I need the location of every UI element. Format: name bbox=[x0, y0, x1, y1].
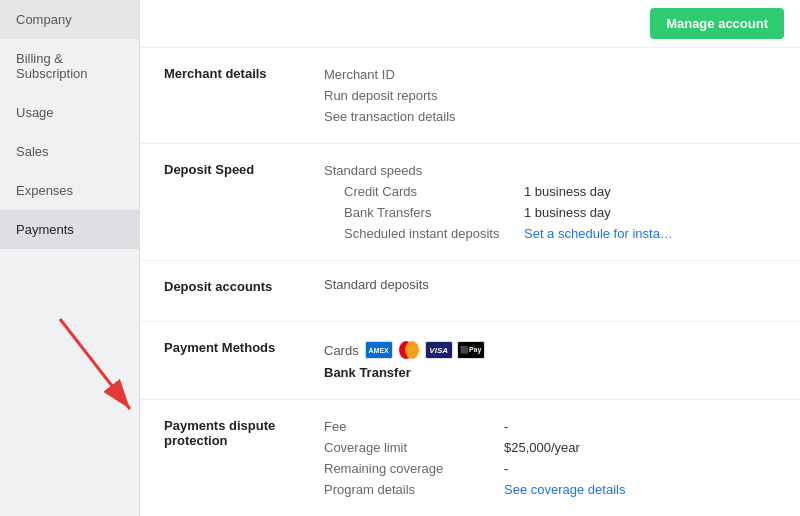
manage-account-button[interactable]: Manage account bbox=[650, 8, 784, 39]
fee-value: - bbox=[504, 419, 508, 434]
payments-dispute-content: Fee - Coverage limit $25,000/year Remain… bbox=[324, 416, 776, 500]
sidebar-item-billing[interactable]: Billing & Subscription bbox=[0, 39, 139, 93]
scheduled-instant-row: Scheduled instant deposits Set a schedul… bbox=[324, 223, 776, 244]
fee-label: Fee bbox=[324, 419, 504, 434]
program-details-label: Program details bbox=[324, 482, 504, 497]
bank-transfer-row: Bank Transfer bbox=[324, 362, 776, 383]
run-deposit-label: Run deposit reports bbox=[324, 88, 504, 103]
sidebar: Company Billing & Subscription Usage Sal… bbox=[0, 0, 140, 516]
standard-deposits-value: Standard deposits bbox=[324, 277, 429, 292]
remaining-coverage-value: - bbox=[504, 461, 508, 476]
cards-row: Cards AMEX VISA ⬛Pay bbox=[324, 338, 776, 362]
remaining-coverage-row: Remaining coverage - bbox=[324, 458, 776, 479]
deposit-accounts-section: Deposit accounts Standard deposits bbox=[140, 261, 800, 322]
merchant-id-label: Merchant ID bbox=[324, 67, 504, 82]
sidebar-item-usage[interactable]: Usage bbox=[0, 93, 139, 132]
scheduled-instant-label: Scheduled instant deposits bbox=[344, 226, 524, 241]
payments-dispute-label: Payments dispute protection bbox=[164, 416, 324, 448]
remaining-coverage-label: Remaining coverage bbox=[324, 461, 504, 476]
bank-transfers-value: 1 business day bbox=[524, 205, 611, 220]
cards-label: Cards bbox=[324, 343, 359, 358]
set-schedule-link[interactable]: Set a schedule for insta… bbox=[524, 226, 673, 241]
payments-dispute-row: Payments dispute protection Fee - Covera… bbox=[164, 416, 776, 500]
coverage-limit-value: $25,000/year bbox=[504, 440, 580, 455]
bank-transfer-label: Bank Transfer bbox=[324, 365, 411, 380]
deposit-speed-label: Deposit Speed bbox=[164, 160, 324, 177]
see-transaction-row: See transaction details bbox=[324, 106, 776, 127]
deposit-accounts-row: Deposit accounts Standard deposits bbox=[164, 277, 776, 305]
deposit-accounts-content: Standard deposits bbox=[324, 277, 776, 292]
coverage-limit-row: Coverage limit $25,000/year bbox=[324, 437, 776, 458]
bank-transfers-label: Bank Transfers bbox=[344, 205, 524, 220]
apple-pay-icon: ⬛Pay bbox=[457, 341, 485, 359]
deposit-speed-row: Deposit Speed Standard speeds Credit Car… bbox=[164, 160, 776, 244]
see-transaction-label: See transaction details bbox=[324, 109, 504, 124]
amex-icon: AMEX bbox=[365, 341, 393, 359]
deposit-speed-section: Deposit Speed Standard speeds Credit Car… bbox=[140, 144, 800, 261]
content-area: Merchant details Merchant ID Run deposit… bbox=[140, 48, 800, 516]
sidebar-item-sales[interactable]: Sales bbox=[0, 132, 139, 171]
visa-icon: VISA bbox=[425, 341, 453, 359]
mc-orange-circle bbox=[405, 341, 419, 359]
fee-row: Fee - bbox=[324, 416, 776, 437]
coverage-limit-label: Coverage limit bbox=[324, 440, 504, 455]
payments-dispute-section: Payments dispute protection Fee - Covera… bbox=[140, 400, 800, 516]
sidebar-item-expenses[interactable]: Expenses bbox=[0, 171, 139, 210]
payment-methods-section: Payment Methods Cards AMEX bbox=[140, 322, 800, 400]
sidebar-item-payments[interactable]: Payments bbox=[0, 210, 139, 249]
merchant-details-label: Merchant details bbox=[164, 64, 324, 81]
standard-speeds-row: Standard speeds bbox=[324, 160, 776, 181]
credit-cards-row: Credit Cards 1 business day bbox=[324, 181, 776, 202]
header-bar: Manage account bbox=[140, 0, 800, 48]
bank-transfers-row: Bank Transfers 1 business day bbox=[324, 202, 776, 223]
svg-line-0 bbox=[60, 319, 130, 409]
merchant-details-row: Merchant details Merchant ID Run deposit… bbox=[164, 64, 776, 127]
sidebar-item-company[interactable]: Company bbox=[0, 0, 139, 39]
deposit-accounts-label: Deposit accounts bbox=[164, 277, 324, 294]
main-content: Manage account Merchant details Merchant… bbox=[140, 0, 800, 516]
program-details-row: Program details See coverage details bbox=[324, 479, 776, 500]
payment-methods-label: Payment Methods bbox=[164, 338, 324, 355]
card-icons: AMEX VISA ⬛Pay bbox=[365, 341, 485, 359]
mastercard-icon bbox=[399, 341, 419, 359]
payment-methods-content: Cards AMEX VISA ⬛Pay bbox=[324, 338, 776, 383]
run-deposit-row: Run deposit reports bbox=[324, 85, 776, 106]
merchant-details-content: Merchant ID Run deposit reports See tran… bbox=[324, 64, 776, 127]
merchant-details-section: Merchant details Merchant ID Run deposit… bbox=[140, 48, 800, 144]
payment-methods-row: Payment Methods Cards AMEX bbox=[164, 338, 776, 383]
standard-speeds-label: Standard speeds bbox=[324, 163, 504, 178]
deposit-speed-content: Standard speeds Credit Cards 1 business … bbox=[324, 160, 776, 244]
credit-cards-value: 1 business day bbox=[524, 184, 611, 199]
credit-cards-label: Credit Cards bbox=[344, 184, 524, 199]
see-coverage-link[interactable]: See coverage details bbox=[504, 482, 625, 497]
merchant-id-row: Merchant ID bbox=[324, 64, 776, 85]
